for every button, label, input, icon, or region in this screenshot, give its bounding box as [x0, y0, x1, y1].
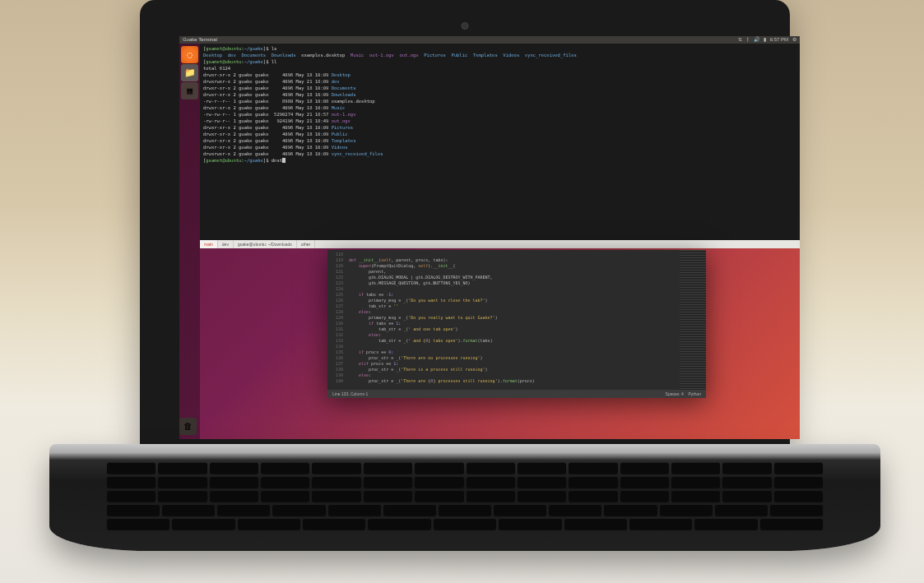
ubuntu-menubar: Guake Terminal ⇅ ᛒ 🔊 ▮ 6:57 PM ⚙: [179, 36, 800, 44]
status-indent[interactable]: Spaces: 4: [666, 391, 684, 396]
terminal-tab-bar: maindevguake@ubuntu: ~/Downloadsother: [200, 240, 800, 248]
editor-minimap[interactable]: [680, 250, 706, 390]
volume-icon[interactable]: 🔊: [754, 36, 759, 44]
terminal-tab[interactable]: guake@ubuntu: ~/Downloads: [234, 240, 297, 248]
ubuntu-dash-icon[interactable]: ◌: [181, 46, 198, 63]
files-launcher-icon[interactable]: 📁: [181, 64, 198, 81]
clock[interactable]: 6:57 PM: [770, 36, 788, 44]
battery-icon[interactable]: ▮: [764, 36, 766, 44]
trash-icon[interactable]: 🗑: [179, 418, 197, 435]
terminal-tab[interactable]: dev: [218, 240, 234, 248]
status-language[interactable]: Python: [688, 391, 701, 396]
window-title: Guake Terminal: [183, 36, 217, 44]
editor-code-area[interactable]: def __init__(self, parent, procs, tabs):…: [346, 250, 680, 390]
app-launcher-icon[interactable]: ▦: [181, 82, 198, 99]
laptop-screen-bezel: Guake Terminal ⇅ ᛒ 🔊 ▮ 6:57 PM ⚙ ◌ 📁 ▦ 🗑…: [140, 0, 790, 451]
laptop-base: [49, 444, 880, 551]
bluetooth-icon[interactable]: ᛒ: [746, 36, 750, 44]
ubuntu-desktop: Guake Terminal ⇅ ᛒ 🔊 ▮ 6:57 PM ⚙ ◌ 📁 ▦ 🗑…: [179, 36, 800, 439]
guake-terminal[interactable]: [gsamet@ubuntu:~/guake]$ lsDesktop dev D…: [200, 44, 800, 246]
editor-statusbar: Line 133, Column 1 Spaces: 4 Python: [327, 390, 706, 398]
gear-icon[interactable]: ⚙: [792, 36, 796, 44]
webcam-icon: [462, 22, 469, 30]
laptop-keyboard: [107, 462, 823, 530]
terminal-tab[interactable]: main: [200, 240, 218, 248]
network-icon[interactable]: ⇅: [738, 36, 742, 44]
code-editor-window[interactable]: 1181191201211221231241251261271281291301…: [327, 250, 706, 398]
status-position: Line 133, Column 1: [332, 390, 368, 398]
laptop-mockup: Guake Terminal ⇅ ᛒ 🔊 ▮ 6:57 PM ⚙ ◌ 📁 ▦ 🗑…: [115, 0, 815, 583]
terminal-tab[interactable]: other: [297, 240, 315, 248]
unity-launcher: ◌ 📁 ▦ 🗑: [179, 44, 200, 439]
editor-gutter: 1181191201211221231241251261271281291301…: [327, 250, 346, 390]
